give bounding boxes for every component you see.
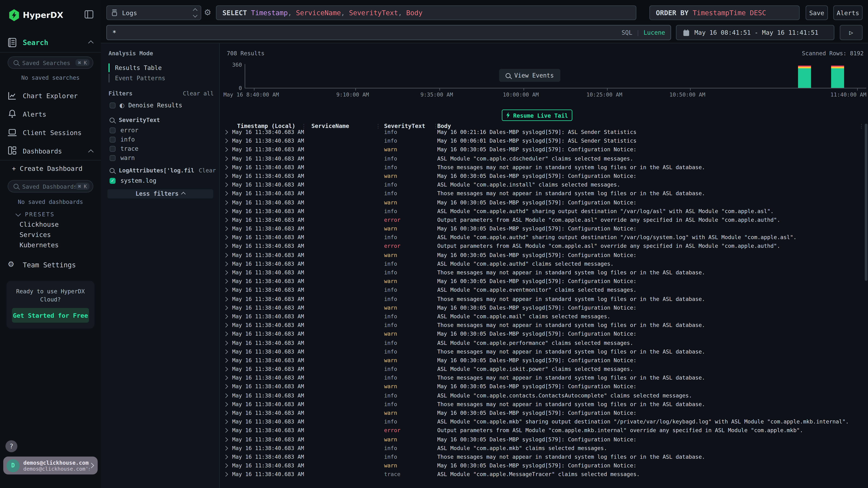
table-row[interactable]: May 16 11:38:40.683 AM error Output para… — [220, 426, 868, 435]
search-query-input[interactable]: * SQL | Lucene — [106, 25, 671, 40]
table-row[interactable]: May 16 11:38:40.683 AM info ASL Module "… — [220, 233, 868, 242]
table-row[interactable]: May 16 11:38:40.683 AM info ASL Module "… — [220, 418, 868, 427]
user-account-chip[interactable]: D demos@clickhouse.com demos@clickhouse.… — [3, 457, 98, 475]
presets-chevron-icon[interactable] — [16, 211, 21, 217]
table-row[interactable]: May 16 11:38:40.683 AM info Those messag… — [220, 295, 868, 304]
table-row[interactable]: May 16 11:38:40.683 AM info ASL Module "… — [220, 339, 868, 348]
filter-option-trace[interactable]: trace — [110, 144, 138, 154]
checkbox-checked[interactable]: ✓ — [110, 178, 116, 184]
table-row[interactable]: May 16 11:38:40.683 AM error Output para… — [220, 242, 868, 251]
table-row[interactable]: May 16 11:38:40.683 AM info Those messag… — [220, 163, 868, 172]
sidebar-item-alerts[interactable]: Alerts — [23, 110, 46, 118]
expand-row-chevron-icon[interactable] — [223, 156, 228, 161]
expand-row-chevron-icon[interactable] — [223, 446, 228, 450]
expand-row-chevron-icon[interactable] — [223, 235, 228, 239]
filter-option-warn[interactable]: warn — [110, 154, 138, 163]
table-scrollbar[interactable] — [865, 124, 867, 281]
expand-row-chevron-icon[interactable] — [223, 332, 228, 336]
expand-row-chevron-icon[interactable] — [223, 253, 228, 257]
tab-event-patterns[interactable]: Event Patterns — [115, 75, 165, 82]
run-query-button[interactable]: ▷ — [840, 25, 863, 40]
table-row[interactable]: May 16 11:38:40.683 AM warn May 16 00:30… — [220, 356, 868, 365]
table-row[interactable]: May 16 11:38:40.683 AM warn May 16 00:30… — [220, 277, 868, 286]
table-row[interactable]: May 16 11:38:40.683 AM info ASL Module "… — [220, 207, 868, 216]
expand-row-chevron-icon[interactable] — [223, 402, 228, 406]
resume-live-tail-button[interactable]: Resume Live Tail — [502, 109, 572, 121]
expand-row-chevron-icon[interactable] — [223, 455, 228, 459]
collapse-sidebar-icon[interactable] — [85, 10, 93, 19]
checkbox[interactable] — [110, 127, 116, 133]
time-range-picker[interactable]: May 16 08:41:51 - May 16 11:41:51 — [676, 25, 834, 40]
source-select[interactable]: Logs — [106, 5, 201, 20]
filter-option-system-log[interactable]: ✓ system.log — [110, 176, 156, 186]
table-row[interactable]: May 16 11:38:40.683 AM warn May 16 00:30… — [220, 303, 868, 312]
preset-clickhouse[interactable]: Clickhouse — [20, 221, 59, 228]
mode-sql-toggle[interactable]: SQL — [622, 29, 632, 36]
expand-row-chevron-icon[interactable] — [223, 244, 228, 248]
table-row[interactable]: May 16 11:38:40.683 AM info ASL Module "… — [220, 286, 868, 295]
clear-all-button[interactable]: Clear all — [183, 90, 214, 97]
table-row[interactable]: May 16 11:38:40.683 AM info Those messag… — [220, 453, 868, 462]
tab-results-table[interactable]: Results Table — [115, 65, 162, 72]
table-row[interactable]: May 16 11:38:40.683 AM warn May 16 00:30… — [220, 198, 868, 207]
table-row[interactable]: May 16 11:38:40.683 AM info Those messag… — [220, 268, 868, 277]
table-row[interactable]: May 16 11:38:40.683 AM info Those messag… — [220, 321, 868, 330]
sidebar-item-dashboards[interactable]: Dashboards — [23, 148, 62, 155]
view-events-button[interactable]: View Events — [499, 69, 560, 82]
expand-row-chevron-icon[interactable] — [223, 420, 228, 424]
table-row[interactable]: May 16 11:38:40.683 AM info Those messag… — [220, 189, 868, 198]
filter-option-info[interactable]: info — [110, 135, 138, 144]
expand-row-chevron-icon[interactable] — [223, 473, 228, 477]
order-by-input[interactable]: ORDER BY TimestampTime DESC — [649, 5, 800, 20]
expand-row-chevron-icon[interactable] — [223, 183, 228, 187]
preset-services[interactable]: Services — [20, 231, 51, 238]
results-histogram[interactable]: 360 0 May 16 8:40:00 AM9:10:00 AM9:35:00… — [220, 61, 868, 109]
expand-row-chevron-icon[interactable] — [223, 227, 228, 231]
table-row[interactable]: May 16 11:38:40.683 AM warn May 16 00:30… — [220, 435, 868, 444]
table-row[interactable]: May 16 11:38:40.683 AM info Those messag… — [220, 400, 868, 409]
table-row[interactable]: May 16 11:38:40.683 AM warn May 16 00:30… — [220, 383, 868, 391]
expand-row-chevron-icon[interactable] — [223, 139, 228, 143]
table-row[interactable]: May 16 11:38:40.683 AM error Output para… — [220, 216, 868, 225]
sidebar-item-team-settings[interactable]: Team Settings — [23, 261, 76, 269]
table-row[interactable]: May 16 11:38:40.683 AM trace ASL Module … — [220, 470, 868, 479]
saved-dashboards-input[interactable]: Saved Dashboards ⌘ K — [8, 180, 93, 193]
table-row[interactable]: May 16 11:38:40.683 AM info ASL Module "… — [220, 260, 868, 268]
denoise-checkbox[interactable] — [110, 102, 116, 108]
expand-row-chevron-icon[interactable] — [223, 297, 228, 301]
mode-lucene-toggle[interactable]: Lucene — [644, 29, 665, 36]
attr-clear-button[interactable]: Clear — [199, 167, 216, 173]
table-row[interactable]: May 16 11:38:40.683 AM info May 16 00:21… — [220, 128, 868, 137]
help-button[interactable]: ? — [5, 440, 18, 452]
histogram-bar[interactable] — [798, 65, 811, 88]
histogram-bar[interactable] — [831, 65, 844, 88]
table-row[interactable]: May 16 11:38:40.683 AM info May 16 00:06… — [220, 137, 868, 146]
get-started-button[interactable]: Get Started for Free — [12, 308, 89, 323]
table-row[interactable]: May 16 11:38:40.683 AM warn May 16 00:30… — [220, 409, 868, 418]
table-row[interactable]: May 16 11:38:40.683 AM warn May 16 00:30… — [220, 461, 868, 470]
expand-row-chevron-icon[interactable] — [223, 323, 228, 327]
table-row[interactable]: May 16 11:38:40.683 AM info ASL Module "… — [220, 391, 868, 400]
table-row[interactable]: May 16 11:38:40.683 AM info ASL Module "… — [220, 181, 868, 189]
expand-row-chevron-icon[interactable] — [223, 464, 228, 468]
expand-row-chevron-icon[interactable] — [223, 148, 228, 152]
table-row[interactable]: May 16 11:38:40.683 AM warn May 16 00:30… — [220, 225, 868, 233]
expand-row-chevron-icon[interactable] — [223, 358, 228, 362]
table-row[interactable]: May 16 11:38:40.683 AM info ASL Module "… — [220, 365, 868, 374]
checkbox[interactable] — [110, 155, 116, 161]
expand-row-chevron-icon[interactable] — [223, 350, 228, 354]
expand-row-chevron-icon[interactable] — [223, 341, 228, 345]
expand-row-chevron-icon[interactable] — [223, 192, 228, 196]
checkbox[interactable] — [110, 146, 116, 152]
sidebar-item-client-sessions[interactable]: Client Sessions — [23, 129, 82, 137]
table-row[interactable]: May 16 11:38:40.683 AM warn May 16 00:30… — [220, 251, 868, 260]
presets-header[interactable]: PRESETS — [25, 211, 55, 218]
create-dashboard-button[interactable]: + Create Dashboard — [12, 165, 83, 172]
table-row[interactable]: May 16 11:38:40.683 AM info Those messag… — [220, 374, 868, 383]
table-row[interactable]: May 16 11:38:40.683 AM warn May 16 00:30… — [220, 330, 868, 339]
preset-kubernetes[interactable]: Kubernetes — [20, 241, 59, 249]
save-button[interactable]: Save — [806, 5, 828, 20]
expand-row-chevron-icon[interactable] — [223, 288, 228, 292]
search-collapse-chevron-icon[interactable] — [88, 40, 94, 46]
expand-row-chevron-icon[interactable] — [223, 174, 228, 178]
